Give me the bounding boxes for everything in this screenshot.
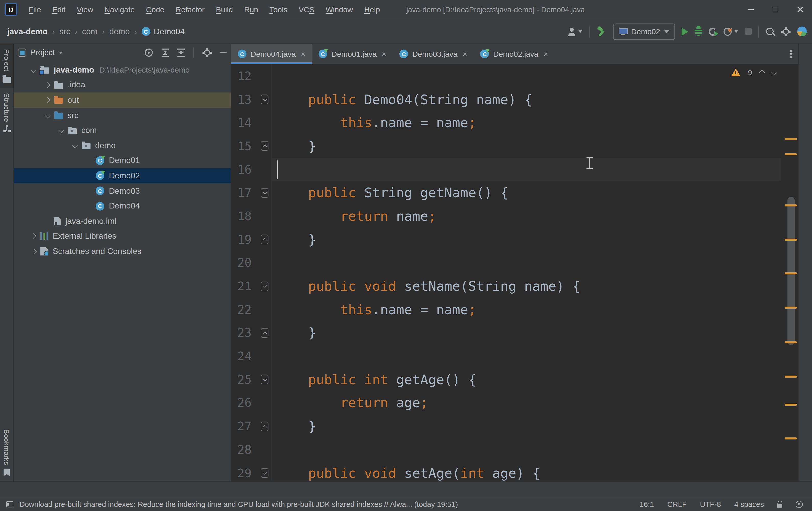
menu-navigate[interactable]: Navigate — [99, 3, 140, 16]
inspections-profile-icon[interactable] — [795, 501, 803, 508]
warning-stripe-mark[interactable] — [785, 375, 797, 378]
menu-vcs[interactable]: VCS — [293, 3, 320, 16]
fold-gutter[interactable] — [258, 94, 271, 104]
tree-item-Demo03[interactable]: CDemo03 — [14, 183, 231, 199]
inspection-widget[interactable]: 9 — [731, 68, 776, 77]
close-tab-icon[interactable]: × — [382, 50, 386, 58]
sidebar-item-project[interactable]: Project — [0, 44, 13, 88]
breadcrumb-item-demo[interactable]: demo — [109, 27, 129, 36]
fold-start-marker[interactable] — [261, 375, 268, 385]
fold-gutter[interactable] — [258, 468, 271, 478]
tree-item-External Libraries[interactable]: External Libraries — [14, 229, 231, 244]
warning-stripe-mark[interactable] — [785, 307, 797, 309]
encoding-widget[interactable]: UTF-8 — [700, 500, 721, 508]
sidebar-item-bookmarks[interactable]: Bookmarks — [0, 424, 13, 481]
tree-chevron[interactable] — [41, 113, 54, 117]
ide-globe-button[interactable] — [797, 27, 807, 36]
settings-button[interactable] — [781, 27, 790, 36]
tree-item-out[interactable]: out — [14, 92, 231, 108]
tree-item-Scratches and Consoles[interactable]: Scratches and Consoles — [14, 244, 231, 259]
caret-position-widget[interactable]: 16:1 — [640, 500, 654, 508]
close-tab-icon[interactable]: × — [301, 50, 306, 58]
tree-item-java-demo.iml[interactable]: java-demo.iml — [14, 214, 231, 229]
tree-item-com[interactable]: com — [14, 123, 231, 138]
fold-end-marker[interactable] — [261, 141, 268, 151]
breadcrumb-item-java-demo[interactable]: java-demo — [7, 27, 48, 36]
expand-all-button[interactable] — [162, 49, 169, 57]
user-menu-button[interactable] — [567, 27, 583, 36]
menu-file[interactable]: File — [24, 3, 46, 16]
toolwindow-toggle-icon[interactable] — [6, 501, 13, 507]
hide-panel-button[interactable] — [221, 52, 227, 53]
select-opened-file-button[interactable] — [145, 49, 153, 57]
tree-item-java-demo[interactable]: java-demoD:\IdeaProjects\java-demo — [14, 62, 231, 78]
fold-gutter[interactable] — [258, 421, 271, 431]
code-editor[interactable]: 1213 public Demo04(String name) {14 this… — [231, 64, 798, 481]
line-separator-widget[interactable]: CRLF — [667, 500, 687, 508]
fold-gutter[interactable] — [258, 328, 271, 338]
run-configuration-select[interactable]: Demo02 — [613, 23, 675, 39]
project-options-button[interactable] — [202, 48, 212, 57]
menu-window[interactable]: Window — [321, 3, 358, 16]
tree-item-Demo01[interactable]: CDemo01 — [14, 153, 231, 168]
run-button[interactable] — [682, 27, 688, 35]
prev-problem-button[interactable] — [759, 69, 765, 76]
tab-Demo02.java[interactable]: CDemo02.java× — [474, 44, 555, 64]
fold-gutter[interactable] — [258, 281, 271, 291]
tree-chevron[interactable] — [27, 249, 40, 253]
tree-chevron[interactable] — [41, 98, 54, 102]
warning-stripe-mark[interactable] — [785, 272, 797, 274]
maximize-button[interactable] — [763, 0, 787, 19]
warning-stripe-mark[interactable] — [785, 153, 797, 155]
minimize-button[interactable] — [738, 0, 763, 19]
menu-code[interactable]: Code — [141, 3, 170, 16]
menu-refactor[interactable]: Refactor — [171, 3, 210, 16]
tree-item-Demo02[interactable]: CDemo02 — [14, 168, 231, 183]
menu-help[interactable]: Help — [359, 3, 385, 16]
menu-tools[interactable]: Tools — [264, 3, 292, 16]
editor-scrollbar-thumb[interactable] — [787, 197, 794, 345]
menu-edit[interactable]: Edit — [47, 3, 70, 16]
tree-item-demo[interactable]: demo — [14, 138, 231, 153]
run-with-coverage-button[interactable] — [709, 27, 717, 35]
sidebar-item-structure[interactable]: Structure — [0, 88, 13, 138]
debug-button[interactable] — [695, 27, 702, 36]
tab-Demo01.java[interactable]: CDemo01.java× — [312, 44, 393, 64]
tab-Demo03.java[interactable]: CDemo03.java× — [393, 44, 474, 64]
menu-run[interactable]: Run — [239, 3, 263, 16]
tab-Demo04.java[interactable]: CDemo04.java× — [231, 44, 312, 64]
warning-stripe-mark[interactable] — [785, 404, 797, 406]
tree-item-src[interactable]: src — [14, 108, 231, 123]
warning-stripe-mark[interactable] — [785, 438, 797, 440]
fold-gutter[interactable] — [258, 188, 271, 198]
tree-chevron[interactable] — [68, 144, 82, 148]
tree-chevron[interactable] — [41, 83, 54, 87]
fold-start-marker[interactable] — [261, 468, 268, 478]
readonly-lock-icon[interactable] — [777, 504, 782, 508]
collapse-all-button[interactable] — [177, 49, 184, 57]
close-tab-icon[interactable]: × — [544, 50, 548, 58]
tree-chevron[interactable] — [27, 68, 40, 72]
warning-stripe-mark[interactable] — [785, 239, 797, 241]
breadcrumb-item-src[interactable]: src — [59, 27, 70, 36]
breadcrumb-item-Demo04[interactable]: CDemo04 — [141, 27, 184, 36]
tree-chevron[interactable] — [27, 234, 40, 238]
status-message[interactable]: Download pre-built shared indexes: Reduc… — [20, 500, 458, 508]
tree-item-Demo04[interactable]: CDemo04 — [14, 199, 231, 214]
menu-view[interactable]: View — [71, 3, 98, 16]
fold-start-marker[interactable] — [261, 188, 268, 198]
tab-list-button[interactable] — [784, 44, 798, 64]
project-view-selector[interactable]: Project — [18, 48, 63, 57]
stop-button[interactable] — [745, 28, 752, 35]
tree-chevron[interactable] — [55, 128, 68, 132]
fold-start-marker[interactable] — [261, 94, 268, 104]
fold-gutter[interactable] — [258, 141, 271, 151]
indent-widget[interactable]: 4 spaces — [734, 500, 764, 508]
tree-item-.idea[interactable]: .idea — [14, 78, 231, 92]
build-hammer-button[interactable] — [597, 26, 607, 36]
fold-start-marker[interactable] — [261, 281, 268, 291]
next-problem-button[interactable] — [771, 69, 777, 76]
close-button[interactable] — [787, 0, 812, 19]
close-tab-icon[interactable]: × — [463, 50, 467, 58]
warning-stripe-mark[interactable] — [785, 341, 797, 343]
